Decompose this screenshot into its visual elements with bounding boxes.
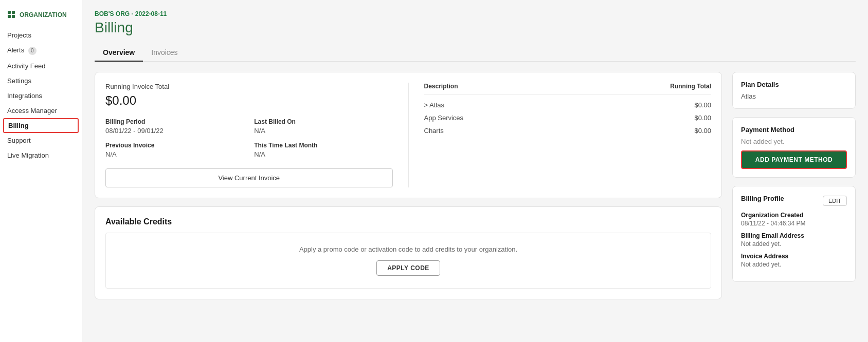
sidebar-item-billing[interactable]: Billing — [3, 118, 79, 133]
table-row: App Services $0.00 — [424, 111, 712, 124]
sidebar-logo: ORGANIZATION — [0, 6, 82, 28]
description-table: Description Running Total > Atlas $0.00 … — [424, 83, 712, 137]
row-charts-amount: $0.00 — [694, 127, 711, 135]
this-time-last-month-field: This Time Last Month N/A — [254, 142, 392, 158]
billing-profile-title: Billing Profile — [741, 195, 784, 202]
row-atlas-amount: $0.00 — [694, 101, 711, 109]
last-billed-field: Last Billed On N/A — [254, 118, 392, 135]
page-title: Billing — [95, 20, 856, 36]
add-payment-method-button[interactable]: ADD PAYMENT METHOD — [741, 150, 847, 169]
org-icon — [7, 10, 16, 20]
view-current-invoice-button[interactable]: View Current Invoice — [105, 168, 393, 187]
main-content: BOB'S ORG - 2022-08-11 Billing Overview … — [82, 0, 868, 342]
billing-grid: Billing Period 08/01/22 - 09/01/22 Last … — [105, 118, 393, 158]
tab-invoices[interactable]: Invoices — [143, 44, 186, 62]
sidebar-item-settings[interactable]: Settings — [0, 73, 82, 88]
desc-header-label: Description — [424, 83, 458, 90]
plan-details-title: Plan Details — [741, 81, 847, 88]
billing-email-field: Billing Email Address Not added yet. — [741, 232, 847, 248]
this-time-last-month-value: N/A — [254, 150, 392, 158]
billing-period-value: 08/01/22 - 09/01/22 — [105, 127, 244, 135]
org-created-field: Organization Created 08/11/22 - 04:46:34… — [741, 212, 847, 227]
row-app-services-amount: $0.00 — [694, 114, 711, 122]
row-charts-label: Charts — [424, 127, 444, 135]
previous-invoice-value: N/A — [105, 150, 244, 158]
sidebar-item-alerts[interactable]: Alerts 0 — [0, 43, 82, 59]
svg-rect-1 — [12, 11, 15, 14]
tab-overview[interactable]: Overview — [95, 44, 143, 62]
payment-method-card: Payment Method Not added yet. ADD PAYMEN… — [732, 117, 856, 178]
sidebar-item-activity-feed[interactable]: Activity Feed — [0, 59, 82, 73]
table-row: Charts $0.00 — [424, 124, 712, 137]
billing-period-field: Billing Period 08/01/22 - 09/01/22 — [105, 118, 244, 135]
org-created-value: 08/11/22 - 04:46:34 PM — [741, 220, 847, 227]
billing-period-label: Billing Period — [105, 118, 244, 125]
desc-header-running-total: Running Total — [670, 83, 711, 90]
sidebar-logo-text: ORGANIZATION — [20, 11, 67, 18]
payment-method-title: Payment Method — [741, 126, 847, 134]
last-billed-label: Last Billed On — [254, 118, 392, 125]
this-time-last-month-label: This Time Last Month — [254, 142, 392, 149]
invoice-card: Running Invoice Total $0.00 Billing Peri… — [95, 72, 722, 198]
plan-name: Atlas — [741, 92, 847, 100]
previous-invoice-field: Previous Invoice N/A — [105, 142, 244, 158]
alerts-badge: 0 — [28, 47, 37, 55]
row-atlas-label: > Atlas — [424, 101, 444, 109]
svg-rect-3 — [12, 15, 15, 18]
row-app-services-label: App Services — [424, 114, 464, 122]
content-right: Plan Details Atlas Payment Method Not ad… — [732, 72, 856, 299]
last-billed-value: N/A — [254, 127, 392, 135]
org-created-label: Organization Created — [741, 212, 847, 219]
invoice-right: Description Running Total > Atlas $0.00 … — [409, 83, 712, 187]
plan-details-card: Plan Details Atlas — [732, 72, 856, 109]
svg-rect-2 — [8, 15, 11, 18]
sidebar-item-integrations[interactable]: Integrations — [0, 88, 82, 103]
invoice-address-field: Invoice Address Not added yet. — [741, 253, 847, 268]
running-invoice-amount: $0.00 — [105, 93, 393, 108]
invoice-address-value: Not added yet. — [741, 261, 847, 268]
apply-code-button[interactable]: APPLY CODE — [376, 260, 440, 276]
svg-rect-0 — [8, 11, 11, 14]
credits-title: Available Credits — [105, 217, 711, 226]
invoice-address-label: Invoice Address — [741, 253, 847, 260]
content-left: Running Invoice Total $0.00 Billing Peri… — [95, 72, 722, 299]
tab-bar: Overview Invoices — [95, 44, 856, 62]
sidebar-item-projects[interactable]: Projects — [0, 28, 82, 43]
billing-profile-card: Billing Profile EDIT Organization Create… — [732, 186, 856, 282]
sidebar-item-support[interactable]: Support — [0, 133, 82, 148]
running-invoice-label: Running Invoice Total — [105, 83, 393, 90]
content-layout: Running Invoice Total $0.00 Billing Peri… — [95, 72, 856, 299]
previous-invoice-label: Previous Invoice — [105, 142, 244, 149]
billing-email-label: Billing Email Address — [741, 232, 847, 239]
sidebar-item-access-manager[interactable]: Access Manager — [0, 103, 82, 118]
credits-card: Available Credits Apply a promo code or … — [95, 206, 722, 299]
billing-email-value: Not added yet. — [741, 240, 847, 248]
sidebar-item-live-migration[interactable]: Live Migration — [0, 148, 82, 163]
edit-billing-profile-button[interactable]: EDIT — [823, 196, 847, 206]
credits-description: Apply a promo code or activation code to… — [118, 245, 698, 253]
payment-not-added-text: Not added yet. — [741, 138, 847, 145]
billing-profile-header: Billing Profile EDIT — [741, 195, 847, 206]
breadcrumb: BOB'S ORG - 2022-08-11 — [95, 10, 856, 17]
desc-table-header: Description Running Total — [424, 83, 712, 94]
invoice-left: Running Invoice Total $0.00 Billing Peri… — [105, 83, 409, 187]
credits-card-inner: Apply a promo code or activation code to… — [105, 233, 711, 289]
sidebar: ORGANIZATION Projects Alerts 0 Activity … — [0, 0, 82, 342]
table-row: > Atlas $0.00 — [424, 99, 712, 111]
